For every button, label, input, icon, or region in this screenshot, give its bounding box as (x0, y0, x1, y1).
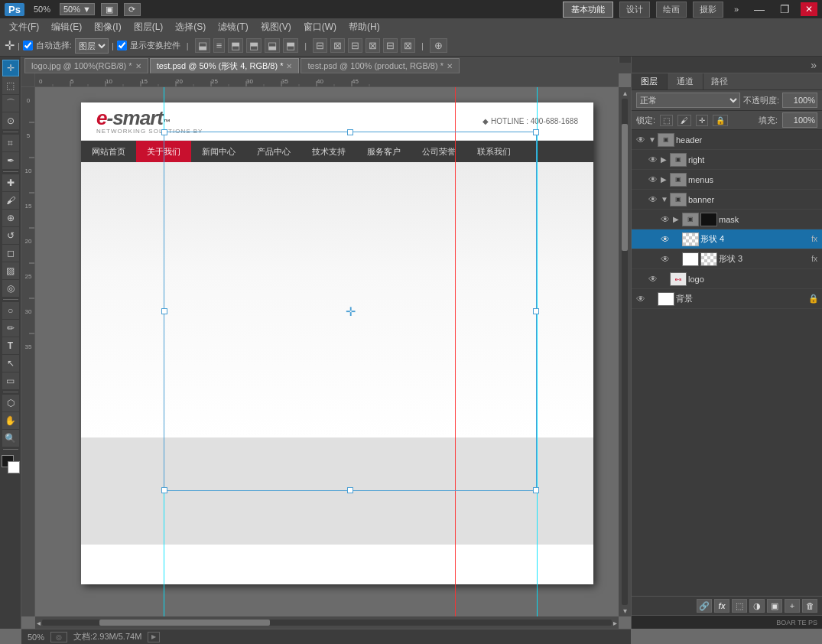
menu-file[interactable]: 文件(F) (3, 19, 45, 35)
eye-banner[interactable]: 👁 (647, 194, 659, 205)
tab-logo[interactable]: logo.jpg @ 100%(RGB/8) * ✕ (24, 58, 148, 73)
scroll-right-btn[interactable]: ▸ (613, 619, 617, 627)
lock-position-icon[interactable]: ✛ (696, 115, 708, 126)
scrollbar-vertical[interactable]: ▴ ▾ (619, 87, 631, 616)
layer-menus-group[interactable]: 👁 ▶ ▣ menus (632, 170, 822, 190)
tab-logo-close[interactable]: ✕ (135, 62, 141, 70)
eye-menus[interactable]: 👁 (647, 174, 659, 185)
menu-window[interactable]: 窗口(W) (297, 19, 343, 35)
align-center-v-icon[interactable]: ⬓ (265, 38, 280, 53)
tab-test2[interactable]: test.psd @ 100% (product, RGB/8) * ✕ (301, 58, 459, 73)
nav-about[interactable]: 关于我们 (136, 141, 191, 162)
arrow-mask[interactable]: ▶ (673, 215, 681, 223)
tab-test-close[interactable]: ✕ (286, 62, 292, 70)
menu-layer[interactable]: 图层(L) (128, 19, 170, 35)
layer-header-group[interactable]: 👁 ▼ ▣ header (632, 130, 822, 150)
shape-tool[interactable]: ▭ (2, 372, 19, 389)
photo-btn[interactable]: 摄影 (693, 2, 723, 18)
lock-paint-icon[interactable]: 🖌 (677, 115, 691, 126)
new-group-btn[interactable]: ▣ (767, 599, 782, 613)
align-left-icon[interactable]: ⬓ (195, 38, 210, 53)
zoom-dropdown[interactable]: 50% ▼ (60, 3, 95, 15)
paint-btn[interactable]: 绘画 (656, 2, 687, 18)
move-tool[interactable]: ✛ (2, 60, 19, 76)
scroll-up-btn[interactable]: ▴ (623, 89, 627, 97)
move-tool-icon[interactable]: ✛ (5, 38, 15, 53)
menu-filter[interactable]: 滤镜(T) (212, 19, 254, 35)
rotate-btn[interactable]: ⟳ (124, 3, 141, 16)
menu-help[interactable]: 帮助(H) (343, 19, 386, 35)
menu-image[interactable]: 图像(I) (88, 19, 127, 35)
tab-test2-close[interactable]: ✕ (447, 62, 453, 70)
eye-header[interactable]: 👁 (635, 135, 647, 145)
pen-tool[interactable]: ✏ (2, 320, 19, 337)
opacity-input[interactable] (782, 93, 817, 108)
zoom-indicator-btn[interactable]: ◎ (50, 632, 67, 642)
delete-layer-btn[interactable]: 🗑 (802, 599, 817, 613)
gradient-tool[interactable]: ▨ (2, 262, 19, 279)
hand-tool[interactable]: ✋ (2, 412, 19, 429)
blend-mode-select[interactable]: 正常 (636, 93, 740, 108)
3d-tool[interactable]: ⬡ (2, 395, 19, 411)
quick-select-tool[interactable]: ⊙ (2, 112, 19, 129)
restore-btn[interactable]: ❐ (775, 2, 794, 17)
nav-home[interactable]: 网站首页 (81, 141, 136, 162)
panel-collapse-icon[interactable]: » (808, 59, 819, 71)
history-brush-tool[interactable]: ↺ (2, 227, 19, 244)
scrollbar-horizontal[interactable]: ◂ ▸ (35, 616, 619, 629)
status-nav-btn[interactable]: ▶ (148, 632, 160, 642)
fill-input[interactable] (782, 112, 817, 128)
show-transform-checkbox[interactable] (117, 41, 127, 50)
nav-customers[interactable]: 服务客户 (356, 141, 411, 162)
layer-background[interactable]: 👁 背景 🔒 (632, 289, 822, 309)
arrow-menus[interactable]: ▶ (661, 175, 668, 184)
eyedropper-tool[interactable]: ✒ (2, 152, 19, 169)
distribute-left-icon[interactable]: ⊟ (313, 38, 327, 53)
close-btn[interactable]: ✕ (801, 2, 817, 16)
minimize-btn[interactable]: — (749, 2, 769, 17)
nav-contact[interactable]: 联系我们 (466, 141, 521, 162)
file-menu-btn[interactable]: 50% (31, 3, 54, 15)
eye-mask[interactable]: 👁 (659, 214, 671, 225)
eye-bg[interactable]: 👁 (635, 294, 647, 304)
new-layer-btn[interactable]: + (785, 599, 800, 613)
scroll-down-btn[interactable]: ▾ (623, 607, 627, 615)
nav-honor[interactable]: 公司荣誉 (411, 141, 466, 162)
healing-tool[interactable]: ✚ (2, 174, 19, 191)
arrow-banner[interactable]: ▼ (661, 195, 668, 203)
menu-edit[interactable]: 编辑(E) (45, 19, 88, 35)
distribute-bottom-icon[interactable]: ⊠ (401, 38, 415, 53)
color-swatch[interactable] (2, 455, 20, 473)
link-layers-btn[interactable]: 🔗 (697, 599, 712, 613)
clone-tool[interactable]: ⊕ (2, 210, 19, 226)
new-adjustment-btn[interactable]: ◑ (749, 599, 765, 613)
eraser-tool[interactable]: ◻ (2, 245, 19, 262)
eye-shape3[interactable]: 👁 (659, 254, 671, 265)
align-right-icon[interactable]: ⬒ (228, 38, 243, 53)
layer-shape3[interactable]: 👁 形状 3 fx (632, 249, 822, 269)
tab-channels[interactable]: 通道 (668, 73, 703, 89)
layer-fx-btn[interactable]: fx (714, 599, 729, 613)
lock-all-icon[interactable]: 🔒 (713, 115, 728, 126)
layer-mask[interactable]: 👁 ▶ ▣ mask (632, 210, 822, 229)
arrange-icon[interactable]: ⊕ (430, 38, 447, 53)
type-tool[interactable]: T (2, 337, 19, 354)
eye-right[interactable]: 👁 (647, 154, 659, 165)
auto-select-checkbox[interactable] (23, 41, 33, 50)
scroll-thumb-h[interactable] (99, 620, 271, 626)
auto-select-dropdown[interactable]: 图层 组 (75, 38, 109, 54)
zoom-tool[interactable]: 🔍 (2, 430, 19, 447)
dodge-tool[interactable]: ○ (2, 302, 19, 319)
layer-shape4[interactable]: 👁 形状 4 fx (632, 229, 822, 249)
tab-test-active[interactable]: test.psd @ 50% (形状 4, RGB/8) * ✕ (150, 58, 300, 73)
distribute-mid-icon[interactable]: ⊟ (383, 38, 398, 53)
arrow-right[interactable]: ▶ (661, 155, 668, 164)
nav-support[interactable]: 技术支持 (301, 141, 356, 162)
tab-paths[interactable]: 路径 (703, 73, 736, 89)
basic-function-btn[interactable]: 基本功能 (563, 2, 613, 18)
menu-view[interactable]: 视图(V) (255, 19, 297, 35)
menu-select[interactable]: 选择(S) (169, 19, 212, 35)
eye-logo[interactable]: 👁 (647, 274, 659, 285)
brush-tool[interactable]: 🖌 (2, 192, 19, 209)
distribute-center-icon[interactable]: ⊠ (330, 38, 345, 53)
